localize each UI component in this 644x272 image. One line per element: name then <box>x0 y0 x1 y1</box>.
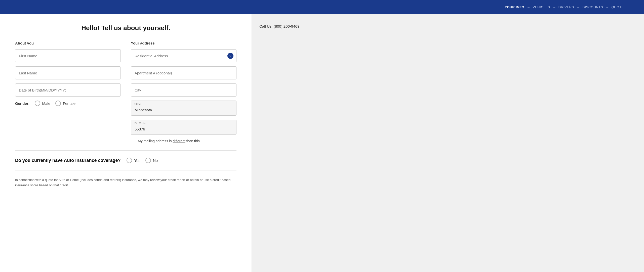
address-field-wrapper: ? <box>131 49 236 62</box>
nav-step-your-info[interactable]: YOUR INFO <box>505 5 524 9</box>
nav-step-vehicles[interactable]: VEHICLES <box>533 5 550 9</box>
yes-radio[interactable] <box>127 158 132 163</box>
nav-step-your-info-label: YOUR INFO <box>505 5 524 9</box>
sidebar: Call Us: (800) 206-9469 <box>252 14 357 272</box>
last-name-field <box>15 66 121 79</box>
form-columns: About you Gender: Male <box>15 41 236 143</box>
no-option[interactable]: No <box>145 158 158 163</box>
nav-step-discounts-label: DISCOUNTS <box>582 5 603 9</box>
apartment-input[interactable] <box>131 66 236 79</box>
help-icon[interactable]: ? <box>227 53 233 59</box>
nav-arrow-3: → <box>577 5 580 9</box>
no-radio[interactable] <box>145 158 151 163</box>
gender-female-label: Female <box>63 101 75 106</box>
yes-label: Yes <box>134 158 140 163</box>
gender-row: Gender: Male Female <box>15 101 121 106</box>
section-divider <box>15 150 236 151</box>
zip-input[interactable] <box>131 120 236 135</box>
gender-female-radio[interactable] <box>55 101 61 106</box>
gender-female-option[interactable]: Female <box>55 101 75 106</box>
state-field: State // Set state value after DOM ready… <box>131 101 236 116</box>
disclaimer-text: In connection with a quote for Auto or H… <box>15 177 236 188</box>
page-layout: Hello! Tell us about yourself. About you… <box>0 14 644 272</box>
nav-steps: YOUR INFO → VEHICLES → DRIVERS → DISCOUN… <box>505 5 624 9</box>
gender-label: Gender: <box>15 101 30 106</box>
last-name-input[interactable] <box>15 66 121 79</box>
residential-address-input[interactable] <box>131 49 236 62</box>
mailing-checkbox[interactable] <box>131 139 135 143</box>
gender-male-label: Male <box>42 101 51 106</box>
zip-field: Zip Code document.currentScript.previous… <box>131 120 236 135</box>
yes-no-options: Yes No <box>127 158 158 163</box>
mailing-checkbox-text: My mailing address is different than thi… <box>138 139 201 143</box>
about-you-label: About you <box>15 41 121 45</box>
city-field <box>131 83 236 97</box>
call-us-text: Call Us: (800) 206-9469 <box>259 24 299 28</box>
state-input[interactable] <box>131 101 236 116</box>
main-content: Hello! Tell us about yourself. About you… <box>0 14 252 272</box>
your-address-col: Your address ? State <box>131 41 236 143</box>
different-underline: different <box>173 139 185 143</box>
city-input[interactable] <box>131 83 236 97</box>
nav-arrow-4: → <box>606 5 609 9</box>
nav-step-vehicles-label: VEHICLES <box>533 5 550 9</box>
section-divider-2 <box>15 170 236 170</box>
dob-input[interactable] <box>15 83 121 97</box>
nav-step-quote-label: QUOTE <box>612 5 624 9</box>
your-address-label: Your address <box>131 41 236 45</box>
nav-arrow-2: → <box>553 5 556 9</box>
gender-male-radio[interactable] <box>35 101 40 106</box>
zip-inner-label: Zip Code <box>134 122 146 125</box>
dob-field <box>15 83 121 97</box>
gender-male-option[interactable]: Male <box>35 101 51 106</box>
nav-step-drivers[interactable]: DRIVERS <box>558 5 574 9</box>
nav-arrow-1: → <box>527 5 530 9</box>
nav-step-quote[interactable]: QUOTE <box>612 5 624 9</box>
page-title: Hello! Tell us about yourself. <box>15 24 236 32</box>
first-name-field <box>15 49 121 62</box>
residential-address-field: ? <box>131 49 236 62</box>
no-label: No <box>153 158 158 163</box>
apartment-field <box>131 66 236 79</box>
first-name-input[interactable] <box>15 49 121 62</box>
nav-bar: YOUR INFO → VEHICLES → DRIVERS → DISCOUN… <box>0 0 644 14</box>
yes-option[interactable]: Yes <box>127 158 140 163</box>
state-inner-label: State <box>134 103 141 106</box>
mailing-checkbox-row: My mailing address is different than thi… <box>131 139 236 143</box>
insurance-question-row: Do you currently have Auto Insurance cov… <box>15 158 236 163</box>
nav-step-discounts[interactable]: DISCOUNTS <box>582 5 603 9</box>
insurance-question-text: Do you currently have Auto Insurance cov… <box>15 158 120 163</box>
about-you-col: About you Gender: Male <box>15 41 121 143</box>
nav-step-drivers-label: DRIVERS <box>558 5 574 9</box>
